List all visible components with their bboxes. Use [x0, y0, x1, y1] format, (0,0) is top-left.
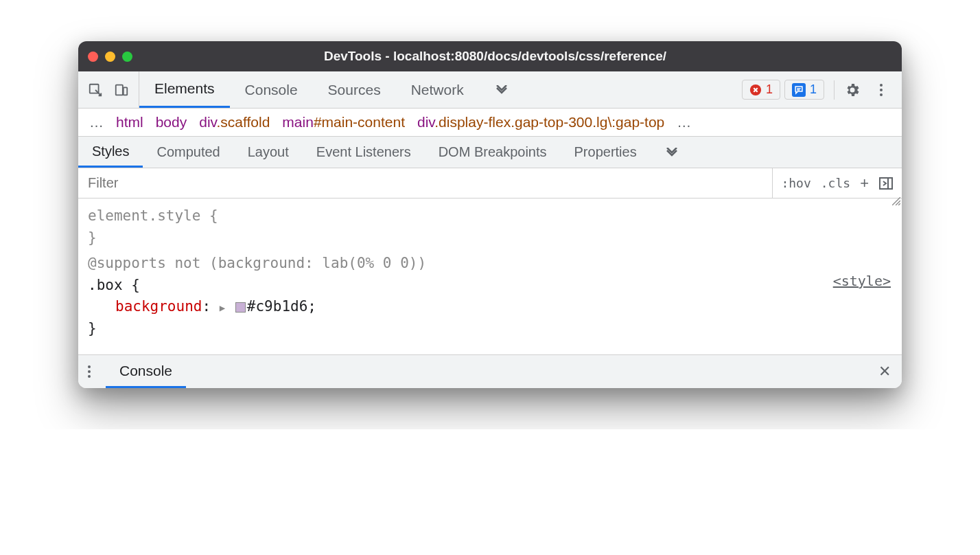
expand-icon[interactable]: ▶ — [220, 302, 225, 313]
error-icon — [749, 84, 762, 96]
drawer-tab-console[interactable]: Console — [106, 355, 186, 388]
subtab-properties[interactable]: Properties — [561, 137, 651, 168]
drawer: Console ✕ — [78, 355, 902, 388]
selector-text: .box { — [88, 275, 892, 297]
rule-close: } — [88, 227, 892, 249]
breadcrumb-ellipsis-right[interactable]: … — [677, 114, 691, 131]
issue-badges: 1 1 — [742, 80, 824, 100]
message-badge[interactable]: 1 — [784, 80, 824, 100]
property-value: #c9b1d6 — [247, 298, 308, 315]
tab-elements[interactable]: Elements — [139, 71, 230, 108]
breadcrumb-item[interactable]: div.display-flex.gap-top-300.lg\:gap-top — [417, 114, 664, 131]
titlebar: DevTools - localhost:8080/docs/devtools/… — [78, 41, 902, 71]
sidebar-toggle-icon[interactable] — [878, 177, 894, 190]
breadcrumb-item[interactable]: html — [116, 114, 143, 131]
message-count: 1 — [810, 82, 817, 97]
rule-close: } — [88, 318, 892, 340]
subtab-dom-breakpoints[interactable]: DOM Breakpoints — [425, 137, 561, 168]
gear-icon[interactable] — [844, 82, 861, 98]
svg-rect-2 — [124, 87, 128, 95]
dom-breadcrumb: … html body div.scaffold main#main-conte… — [78, 109, 902, 137]
close-window-button[interactable] — [88, 52, 98, 62]
resize-corner-icon[interactable] — [892, 197, 900, 205]
message-icon — [792, 83, 806, 97]
breadcrumb-item[interactable]: div.scaffold — [199, 114, 270, 131]
drawer-menu-icon[interactable] — [78, 365, 100, 378]
breadcrumb-ellipsis-left[interactable]: … — [89, 114, 104, 131]
property-name: background — [115, 298, 202, 315]
filter-tools: :hov .cls + — [772, 168, 902, 198]
main-toolbar: Elements Console Sources Network 1 1 — [78, 71, 902, 109]
more-tabs-icon[interactable] — [479, 71, 524, 108]
error-badge[interactable]: 1 — [742, 80, 780, 100]
new-rule-button[interactable]: + — [860, 174, 869, 192]
color-swatch-icon[interactable] — [235, 302, 246, 313]
tab-network[interactable]: Network — [396, 71, 479, 108]
subtab-computed[interactable]: Computed — [143, 137, 233, 168]
breadcrumb-item[interactable]: main#main-content — [282, 114, 405, 131]
subtab-styles[interactable]: Styles — [78, 137, 143, 168]
breadcrumb-item[interactable]: body — [156, 114, 187, 131]
device-toggle-icon[interactable] — [114, 82, 129, 98]
rule-header: element.style { — [88, 205, 892, 227]
toolbar-left-group — [78, 71, 139, 108]
close-icon[interactable]: ✕ — [867, 363, 902, 381]
filter-input[interactable] — [78, 168, 772, 198]
property-row[interactable]: background: ▶ #c9b1d6; — [88, 296, 892, 318]
styles-pane: element.style { } <style> @supports not … — [78, 199, 902, 355]
toolbar-right-group: 1 1 — [732, 80, 902, 100]
window-title: DevTools - localhost:8080/docs/devtools/… — [98, 49, 892, 64]
subtab-event-listeners[interactable]: Event Listeners — [303, 137, 425, 168]
more-subtabs-icon[interactable] — [651, 137, 693, 168]
main-tabs: Elements Console Sources Network — [139, 71, 524, 108]
subtab-layout[interactable]: Layout — [234, 137, 303, 168]
supports-clause: @supports not (background: lab(0% 0 0)) — [88, 255, 426, 271]
source-link[interactable]: <style> — [833, 271, 891, 291]
cls-toggle[interactable]: .cls — [821, 176, 850, 190]
error-count: 1 — [766, 82, 773, 97]
devtools-window: DevTools - localhost:8080/docs/devtools/… — [78, 41, 902, 388]
hov-toggle[interactable]: :hov — [781, 176, 810, 190]
svg-rect-1 — [116, 84, 123, 95]
element-style-rule[interactable]: element.style { } — [88, 205, 892, 249]
kebab-menu-icon[interactable] — [870, 84, 892, 96]
inspect-icon[interactable] — [88, 82, 103, 98]
styles-tabs: Styles Computed Layout Event Listeners D… — [78, 137, 902, 168]
tab-console[interactable]: Console — [230, 71, 313, 108]
styles-filter-bar: :hov .cls + — [78, 168, 902, 199]
separator — [834, 80, 835, 100]
box-rule[interactable]: <style> @supports not (background: lab(0… — [88, 253, 892, 339]
tab-sources[interactable]: Sources — [313, 71, 396, 108]
